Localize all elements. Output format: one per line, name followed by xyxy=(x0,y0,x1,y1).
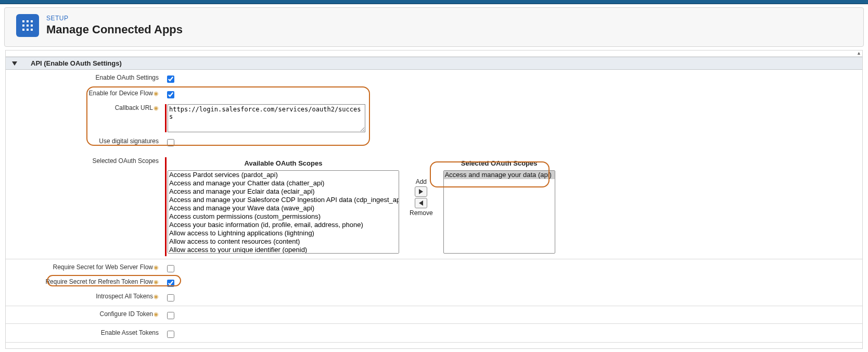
configure-id-token-checkbox[interactable] xyxy=(167,312,174,319)
scope-option[interactable]: Access and manage your Salesforce CDP In… xyxy=(168,196,399,204)
svg-rect-3 xyxy=(22,24,24,27)
svg-rect-8 xyxy=(31,29,33,31)
page-title: Manage Connected Apps xyxy=(46,23,183,36)
section-header-api[interactable]: API (Enable OAuth Settings) xyxy=(6,57,862,70)
breadcrumb: SETUP xyxy=(46,15,183,22)
section-title: API (Enable OAuth Settings) xyxy=(31,59,122,67)
app-launcher-icon xyxy=(22,20,33,31)
help-icon[interactable]: ◉ xyxy=(154,279,159,285)
require-secret-web-checkbox[interactable] xyxy=(167,265,174,272)
use-digital-sig-checkbox[interactable] xyxy=(167,139,174,146)
scope-option[interactable]: Access and manage your Wave data (wave_a… xyxy=(168,204,399,212)
help-icon[interactable]: ◉ xyxy=(154,311,159,317)
remove-label: Remove xyxy=(410,209,433,217)
svg-rect-6 xyxy=(22,29,24,31)
required-indicator xyxy=(165,157,167,256)
scope-option[interactable]: Allow access to content resources (conte… xyxy=(168,237,399,246)
scope-option[interactable]: Access and manage your Eclair data (ecla… xyxy=(168,187,399,196)
introspect-checkbox[interactable] xyxy=(167,294,174,301)
caret-down-icon xyxy=(12,61,17,66)
require-secret-web-label: Require Secret for Web Server Flow xyxy=(53,263,153,271)
enable-oauth-label: Enable OAuth Settings xyxy=(6,73,162,82)
enable-device-flow-label: Enable for Device Flow xyxy=(89,90,153,97)
selected-scopes-select[interactable]: Access and manage your data (api) xyxy=(443,170,555,254)
available-scopes-title: Available OAuth Scopes xyxy=(245,157,323,170)
page-header: SETUP Manage Connected Apps xyxy=(4,7,864,47)
scope-option[interactable]: Access and manage your Chatter data (cha… xyxy=(168,179,399,187)
remove-scope-button[interactable] xyxy=(415,198,427,208)
scope-option[interactable]: Access your basic information (id, profi… xyxy=(168,221,399,229)
enable-device-flow-checkbox[interactable] xyxy=(167,91,174,98)
use-digital-sig-label: Use digital signatures xyxy=(6,136,162,146)
add-label: Add xyxy=(416,178,427,185)
require-secret-refresh-checkbox[interactable] xyxy=(167,280,174,287)
callback-url-label: Callback URL xyxy=(115,104,153,111)
scope-option[interactable]: Allow access to Lightning applications (… xyxy=(168,229,399,237)
help-icon[interactable]: ◉ xyxy=(154,105,159,111)
arrow-right-icon xyxy=(419,189,423,194)
scroll-area[interactable]: API (Enable OAuth Settings) Enable OAuth… xyxy=(6,57,862,348)
help-icon[interactable]: ◉ xyxy=(154,293,159,299)
enable-single-logout-label: Enable Single Logout xyxy=(94,348,153,348)
selected-scopes-title: Selected OAuth Scopes xyxy=(461,157,538,170)
svg-rect-7 xyxy=(27,29,29,31)
svg-marker-10 xyxy=(419,200,423,206)
top-bar xyxy=(0,0,868,4)
require-secret-refresh-label: Require Secret for Refresh Token Flow xyxy=(45,278,153,285)
enable-asset-tokens-checkbox[interactable] xyxy=(167,331,174,338)
enable-oauth-checkbox[interactable] xyxy=(167,76,174,83)
help-icon[interactable]: ◉ xyxy=(154,264,159,270)
content-wrap: ▲ API (Enable OAuth Settings) Enable OAu… xyxy=(5,50,863,349)
svg-marker-9 xyxy=(419,189,423,194)
svg-rect-5 xyxy=(31,24,33,27)
selected-scopes-label: Selected OAuth Scopes xyxy=(6,156,162,166)
svg-rect-2 xyxy=(31,20,33,22)
arrow-left-icon xyxy=(419,200,423,206)
required-indicator xyxy=(165,104,167,132)
help-icon[interactable]: ◉ xyxy=(154,90,159,96)
scroll-indicator: ▲ xyxy=(6,51,862,57)
introspect-label: Introspect All Tokens xyxy=(96,293,153,300)
add-scope-button[interactable] xyxy=(415,186,427,197)
scope-option[interactable]: Allow access to your unique identifier (… xyxy=(168,246,399,254)
scope-option[interactable]: Access and manage your data (api) xyxy=(444,171,555,179)
configure-id-token-label: Configure ID Token xyxy=(99,310,153,318)
scope-option[interactable]: Access Pardot services (pardot_api) xyxy=(168,171,399,179)
app-launcher-button[interactable] xyxy=(16,14,39,37)
available-scopes-select[interactable]: Access Pardot services (pardot_api)Acces… xyxy=(168,170,399,254)
callback-url-input[interactable] xyxy=(168,104,365,132)
scope-option[interactable]: Access custom permissions (custom_permis… xyxy=(168,212,399,221)
svg-rect-4 xyxy=(27,24,29,27)
svg-rect-1 xyxy=(27,20,29,22)
enable-asset-tokens-label: Enable Asset Tokens xyxy=(6,328,162,337)
svg-rect-0 xyxy=(22,20,24,22)
